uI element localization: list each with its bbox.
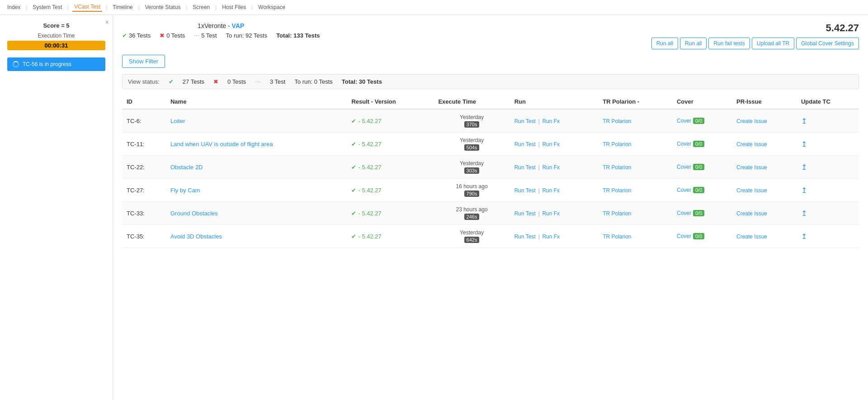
view-running-count: 3 Test bbox=[270, 78, 285, 85]
run-test-link-2[interactable]: Run Test bbox=[514, 164, 536, 171]
create-issue-link-1[interactable]: Create Issue bbox=[736, 141, 767, 148]
cover-cell-4: Cover 0/0 bbox=[677, 210, 727, 216]
test-name-link-0[interactable]: Loiter bbox=[170, 118, 185, 124]
run-sep-0: | bbox=[538, 118, 541, 124]
cell-cover-4: Cover 0/0 bbox=[672, 202, 732, 225]
cover-badge-3: 0/0 bbox=[693, 187, 704, 193]
cell-issue-1: Create Issue bbox=[732, 133, 797, 156]
main-content: 1xVeronte - VAP ✔ 36 Tests ✖ 0 Tests ⋯ 5… bbox=[113, 15, 868, 400]
upload-button-5[interactable]: ↥ bbox=[801, 232, 807, 241]
time-when-0: Yesterday bbox=[438, 114, 505, 120]
layout: × Score = 5 Execution Time 00:00:31 TC-5… bbox=[0, 15, 868, 400]
nav-index[interactable]: Index bbox=[5, 3, 22, 11]
upload-button-1[interactable]: ↥ bbox=[801, 140, 807, 148]
tr-polarion-link-2[interactable]: TR Polarion bbox=[603, 164, 631, 171]
close-icon[interactable]: × bbox=[105, 19, 109, 26]
progress-item: TC-56 is in progress bbox=[7, 57, 105, 71]
test-name-link-5[interactable]: Avoid 3D Obstacles bbox=[170, 233, 222, 240]
time-when-3: 16 hours ago bbox=[438, 183, 505, 190]
run-sep-5: | bbox=[538, 233, 541, 240]
upload-button-4[interactable]: ↥ bbox=[801, 209, 807, 218]
cell-tr-1: TR Polarion bbox=[598, 133, 672, 156]
cell-name-3: Fly by Cam bbox=[166, 179, 347, 202]
create-issue-link-2[interactable]: Create Issue bbox=[736, 164, 767, 171]
create-issue-link-5[interactable]: Create Issue bbox=[736, 233, 767, 240]
cell-upload-0: ↥ bbox=[797, 109, 859, 133]
run-all-button-2[interactable]: Run all bbox=[680, 38, 707, 49]
cell-name-2: Obstacle 2D bbox=[166, 156, 347, 179]
cover-link-0[interactable]: Cover bbox=[677, 118, 691, 124]
action-buttons: Run all Run all Run fail tests Upload al… bbox=[651, 38, 859, 49]
global-cover-settings-button[interactable]: Global Cover Settings bbox=[796, 38, 859, 49]
run-test-link-3[interactable]: Run Test bbox=[514, 187, 536, 194]
cell-result-4: ✔ - 5.42.27 bbox=[347, 202, 434, 225]
cover-link-5[interactable]: Cover bbox=[677, 233, 691, 239]
run-fx-link-3[interactable]: Run Fx bbox=[542, 187, 560, 194]
exec-label: Execution Time bbox=[7, 33, 105, 39]
cover-cell-5: Cover 0/0 bbox=[677, 233, 727, 239]
cover-link-2[interactable]: Cover bbox=[677, 164, 691, 170]
nav-timeline[interactable]: Timeline bbox=[111, 3, 135, 11]
nav-sep-5: | bbox=[186, 5, 187, 10]
cell-result-5: ✔ - 5.42.27 bbox=[347, 225, 434, 248]
result-check-icon-4: ✔ bbox=[351, 210, 356, 217]
test-name-link-1[interactable]: Land when UAV is outside of flight area bbox=[170, 141, 273, 148]
tr-polarion-link-4[interactable]: TR Polarion bbox=[603, 210, 631, 217]
test-name-link-2[interactable]: Obstacle 2D bbox=[170, 164, 203, 171]
col-id: ID bbox=[122, 95, 166, 109]
cover-link-1[interactable]: Cover bbox=[677, 141, 691, 147]
tr-polarion-link-5[interactable]: TR Polarion bbox=[603, 233, 631, 240]
run-test-link-1[interactable]: Run Test bbox=[514, 141, 536, 148]
run-fail-tests-button[interactable]: Run fail tests bbox=[708, 38, 750, 49]
col-tr-polarion: TR Polarion - bbox=[598, 95, 672, 109]
nav-vcast-test[interactable]: VCast Test bbox=[72, 3, 102, 12]
stat-failed: ✖ 0 Tests bbox=[160, 32, 185, 39]
nav-host-files[interactable]: Host Files bbox=[220, 3, 248, 11]
cover-link-3[interactable]: Cover bbox=[677, 187, 691, 193]
nav-veronte-status[interactable]: Veronte Status bbox=[143, 3, 183, 11]
cell-issue-0: Create Issue bbox=[732, 109, 797, 133]
cell-run-0: Run Test | Run Fx bbox=[510, 109, 599, 133]
view-cross-icon: ✖ bbox=[213, 78, 218, 85]
tr-polarion-link-0[interactable]: TR Polarion bbox=[603, 118, 631, 124]
run-test-link-5[interactable]: Run Test bbox=[514, 233, 536, 240]
tr-polarion-link-1[interactable]: TR Polarion bbox=[603, 141, 631, 148]
run-fx-link-4[interactable]: Run Fx bbox=[542, 210, 560, 217]
stat-running-label: 5 Test bbox=[201, 32, 217, 39]
run-fx-link-5[interactable]: Run Fx bbox=[542, 233, 560, 240]
run-all-button-1[interactable]: Run all bbox=[651, 38, 678, 49]
nav-screen[interactable]: Screen bbox=[191, 3, 212, 11]
cover-badge-2: 0/0 bbox=[693, 164, 704, 170]
cell-tr-2: TR Polarion bbox=[598, 156, 672, 179]
result-value-4: ✔ - 5.42.27 bbox=[351, 210, 429, 217]
run-fx-link-1[interactable]: Run Fx bbox=[542, 141, 560, 148]
total-label: Total: 133 Tests bbox=[276, 32, 320, 39]
cell-run-3: Run Test | Run Fx bbox=[510, 179, 599, 202]
create-issue-link-4[interactable]: Create Issue bbox=[736, 210, 767, 217]
upload-all-tr-button[interactable]: Upload all TR bbox=[752, 38, 794, 49]
upload-button-0[interactable]: ↥ bbox=[801, 117, 807, 125]
cell-tr-4: TR Polarion bbox=[598, 202, 672, 225]
create-issue-link-3[interactable]: Create Issue bbox=[736, 187, 767, 194]
nav-system-test[interactable]: System Test bbox=[31, 3, 64, 11]
test-name-link-4[interactable]: Ground Obstacles bbox=[170, 210, 218, 217]
run-test-link-0[interactable]: Run Test bbox=[514, 118, 536, 124]
result-check-icon-1: ✔ bbox=[351, 141, 356, 148]
run-fx-link-0[interactable]: Run Fx bbox=[542, 118, 560, 124]
time-when-4: 23 hours ago bbox=[438, 206, 505, 213]
view-status-label: View status: bbox=[128, 78, 160, 85]
upload-button-2[interactable]: ↥ bbox=[801, 163, 807, 171]
run-fx-link-2[interactable]: Run Fx bbox=[542, 164, 560, 171]
show-filter-button[interactable]: Show Filter bbox=[122, 55, 165, 68]
nav-workspace[interactable]: Workspace bbox=[256, 3, 287, 11]
tr-polarion-link-3[interactable]: TR Polarion bbox=[603, 187, 631, 194]
cell-cover-0: Cover 0/0 bbox=[672, 109, 732, 133]
create-issue-link-0[interactable]: Create Issue bbox=[736, 118, 767, 124]
cover-link-4[interactable]: Cover bbox=[677, 210, 691, 216]
nav-sep-7: | bbox=[251, 5, 253, 10]
test-name-link-3[interactable]: Fly by Cam bbox=[170, 187, 200, 194]
cell-id-0: TC-6: bbox=[122, 109, 166, 133]
upload-button-3[interactable]: ↥ bbox=[801, 186, 807, 195]
col-execute-time: Execute Time bbox=[434, 95, 509, 109]
run-test-link-4[interactable]: Run Test bbox=[514, 210, 536, 217]
